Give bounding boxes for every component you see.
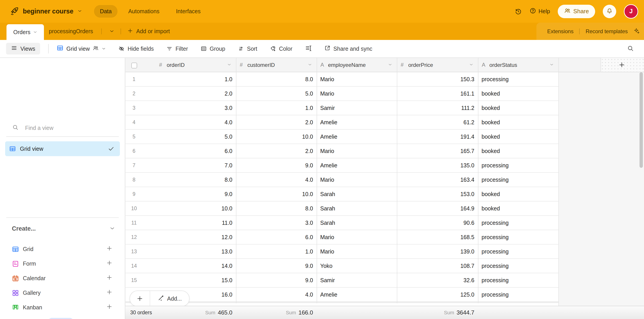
cell-orderID[interactable]: 11.0	[126, 216, 232, 230]
cell-employeeName[interactable]: Sarah	[320, 201, 397, 215]
add-view-plus-icon[interactable]	[106, 260, 112, 267]
create-item-grid[interactable]: Grid	[0, 242, 125, 256]
cell-customerID[interactable]: 8.0	[236, 201, 313, 215]
cell-orderPrice[interactable]: 61.2	[397, 115, 474, 129]
chevron-down-icon[interactable]	[308, 63, 312, 68]
cell-employeeName[interactable]: Mario	[320, 244, 397, 258]
add-or-import-button[interactable]: Add or import	[127, 23, 170, 40]
tab-processing-orders[interactable]: processingOrders	[49, 23, 93, 40]
cell-customerID[interactable]: 9.0	[236, 259, 313, 273]
tab-orders[interactable]: Orders	[6, 24, 44, 40]
history-icon[interactable]	[515, 8, 522, 15]
cell-customerID[interactable]: 6.0	[236, 230, 313, 244]
cell-orderPrice[interactable]: 164.9	[397, 201, 474, 215]
chevron-down-icon[interactable]	[78, 9, 82, 14]
share-and-sync-button[interactable]: Share and sync	[324, 45, 372, 53]
add-view-plus-icon[interactable]	[106, 289, 112, 296]
cell-orderID[interactable]: 14.0	[126, 259, 232, 273]
add-with-ai-button[interactable]: Add...	[150, 294, 189, 303]
cell-customerID[interactable]: 8.0	[236, 72, 313, 86]
toolbar-hide-fields-button[interactable]: Hide fields	[118, 46, 154, 52]
find-view-input[interactable]	[25, 125, 106, 131]
vertical-scrollbar[interactable]	[640, 72, 643, 168]
cell-customerID[interactable]: 5.0	[236, 87, 313, 101]
cell-orderID[interactable]: 15.0	[126, 273, 232, 287]
sidebar-item-grid-view[interactable]: Grid view	[5, 141, 120, 156]
cell-customerID[interactable]: 4.0	[236, 287, 313, 301]
cell-orderStatus[interactable]: booked	[482, 101, 558, 115]
column-header-customerID[interactable]: customerID	[248, 62, 275, 68]
cell-customerID[interactable]: 9.0	[236, 158, 313, 172]
cell-orderID[interactable]: 1.0	[126, 72, 232, 86]
cell-orderPrice[interactable]: 163.4	[397, 173, 474, 187]
tab-list-chevron-icon[interactable]	[109, 29, 114, 35]
cell-orderPrice[interactable]: 125.0	[397, 287, 474, 301]
toolbar-filter-button[interactable]: Filter	[166, 46, 188, 52]
cell-employeeName[interactable]: Yoko	[320, 259, 397, 273]
cell-orderID[interactable]: 12.0	[126, 230, 232, 244]
cell-customerID[interactable]: 3.0	[236, 216, 313, 230]
create-item-form[interactable]: Form	[0, 256, 125, 271]
column-header-orderStatus[interactable]: orderStatus	[490, 62, 517, 68]
cell-orderPrice[interactable]: 168.5	[397, 230, 474, 244]
cell-orderStatus[interactable]: processing	[482, 273, 558, 287]
cell-orderStatus[interactable]: processing	[482, 158, 558, 172]
cell-orderID[interactable]: 9.0	[126, 187, 232, 201]
add-record-button[interactable]	[130, 291, 150, 306]
cell-customerID[interactable]: 4.0	[236, 173, 313, 187]
column-header-orderPrice[interactable]: orderPrice	[408, 62, 433, 68]
cell-orderStatus[interactable]: processing	[482, 216, 558, 230]
add-view-plus-icon[interactable]	[106, 318, 112, 319]
cell-orderPrice[interactable]: 111.2	[397, 101, 474, 115]
share-button[interactable]: Share	[558, 5, 595, 18]
column-header-employeeName[interactable]: employeeName	[328, 62, 366, 68]
cell-orderID[interactable]: 7.0	[126, 158, 232, 172]
toolbar-group-button[interactable]: Group	[200, 46, 225, 52]
cell-employeeName[interactable]: Mario	[320, 173, 397, 187]
create-item-calendar[interactable]: 31Calendar	[0, 271, 125, 285]
cell-customerID[interactable]: 1.0	[236, 101, 313, 115]
cell-employeeName[interactable]: Sarah	[320, 216, 397, 230]
cell-orderStatus[interactable]: booked	[482, 87, 558, 101]
add-view-plus-icon[interactable]	[106, 245, 112, 252]
cell-orderPrice[interactable]: 90.6	[397, 216, 474, 230]
cell-orderStatus[interactable]: processing	[482, 287, 558, 301]
cell-employeeName[interactable]: Amelie	[320, 158, 397, 172]
add-view-plus-icon[interactable]	[106, 274, 112, 281]
cell-customerID[interactable]: 10.0	[236, 130, 313, 144]
cell-orderPrice[interactable]: 139.0	[397, 244, 474, 258]
cell-orderStatus[interactable]: booked	[482, 201, 558, 215]
cell-orderID[interactable]: 2.0	[126, 87, 232, 101]
cell-orderID[interactable]: 4.0	[126, 115, 232, 129]
topbar-nav-data[interactable]: Data	[94, 5, 118, 18]
cell-orderStatus[interactable]: booked	[482, 144, 558, 158]
current-view-button[interactable]: Grid view	[57, 45, 106, 53]
add-field-button[interactable]	[601, 58, 643, 72]
create-section-header[interactable]: Create...	[12, 225, 115, 232]
extensions-button[interactable]: Extensions	[547, 28, 574, 35]
views-button[interactable]: Views	[6, 43, 40, 55]
cell-orderStatus[interactable]: processing	[482, 244, 558, 258]
create-item-kanban[interactable]: Kanban	[0, 300, 125, 315]
cell-employeeName[interactable]: Samir	[320, 101, 397, 115]
cell-employeeName[interactable]: Amelie	[320, 130, 397, 144]
cell-orderStatus[interactable]: booked	[482, 115, 558, 129]
topbar-nav-interfaces[interactable]: Interfaces	[170, 5, 206, 18]
cell-orderID[interactable]: 8.0	[126, 173, 232, 187]
add-view-plus-icon[interactable]	[106, 303, 112, 311]
avatar[interactable]: J	[624, 4, 638, 19]
cell-orderID[interactable]: 3.0	[126, 101, 232, 115]
cell-employeeName[interactable]: Amelie	[320, 115, 397, 129]
cell-orderID[interactable]: 10.0	[126, 201, 232, 215]
chevron-down-icon[interactable]	[469, 63, 473, 68]
sum-customerID[interactable]: Sum166.0	[236, 306, 313, 319]
chevron-down-icon[interactable]	[550, 63, 554, 68]
cell-employeeName[interactable]: Sarah	[320, 187, 397, 201]
toolbar-color-button[interactable]: Color	[270, 46, 292, 52]
cell-customerID[interactable]: 9.0	[236, 273, 313, 287]
chevron-down-icon[interactable]	[227, 63, 231, 68]
cell-customerID[interactable]: 10.0	[236, 187, 313, 201]
find-view-search[interactable]	[12, 124, 106, 132]
cell-orderStatus[interactable]: processing	[482, 173, 558, 187]
record-templates-button[interactable]: Record templates	[586, 28, 628, 35]
